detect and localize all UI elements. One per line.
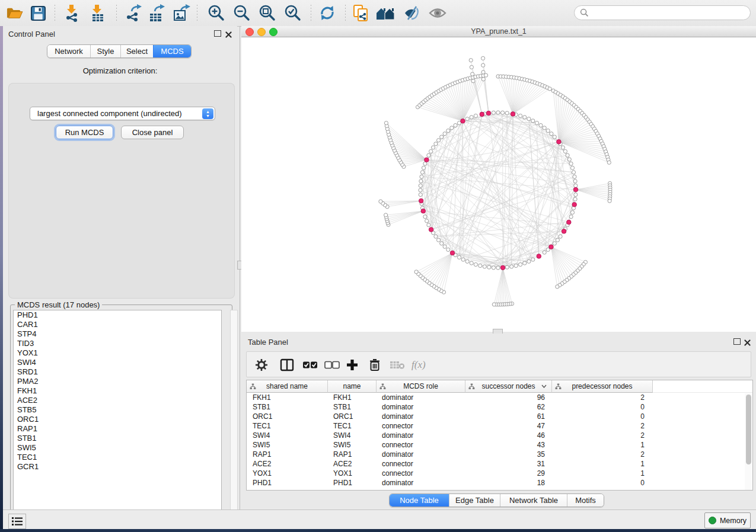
import-table-from-file-button[interactable] bbox=[87, 3, 109, 23]
mcds-result-item[interactable]: FKH1 bbox=[14, 386, 221, 396]
tab-mcds[interactable]: MCDS bbox=[153, 45, 191, 57]
task-history-button[interactable] bbox=[8, 514, 26, 529]
hide-details-button[interactable] bbox=[401, 3, 422, 23]
cell-role: dominator bbox=[377, 412, 465, 421]
plus-icon bbox=[346, 359, 358, 371]
table-scrollbar-track[interactable] bbox=[745, 393, 752, 490]
float-panel-icon[interactable] bbox=[214, 30, 221, 37]
mcds-result-item[interactable]: SRD1 bbox=[14, 367, 221, 377]
status-bar: Memory bbox=[3, 509, 756, 529]
zoom-out-button[interactable] bbox=[231, 3, 253, 23]
mcds-result-item[interactable]: STB1 bbox=[14, 434, 221, 443]
open-file-button[interactable] bbox=[4, 3, 25, 23]
close-table-panel-icon[interactable] bbox=[744, 338, 751, 348]
table-row[interactable]: PHD1PHD1dominator180 bbox=[247, 478, 752, 488]
refresh-icon bbox=[318, 4, 336, 22]
mcds-result-item[interactable]: TID3 bbox=[14, 339, 221, 348]
zoom-fit-button[interactable] bbox=[257, 3, 278, 23]
import-network-from-file-button[interactable] bbox=[62, 3, 83, 23]
mcds-result-item[interactable]: YOX1 bbox=[14, 348, 221, 358]
tab-motifs[interactable]: Motifs bbox=[567, 494, 604, 507]
mcds-result-item[interactable]: ORC1 bbox=[14, 415, 221, 424]
table-toolbar: f(x) bbox=[246, 351, 751, 377]
network-window-titlebar[interactable]: YPA_prune.txt_1 bbox=[241, 26, 756, 37]
column-header-predecessor-nodes[interactable]: predecessor nodes bbox=[552, 380, 653, 393]
window-minimize-traffic-light[interactable] bbox=[257, 28, 266, 36]
mcds-result-item[interactable]: RAP1 bbox=[14, 424, 221, 434]
shared-attribute-icon bbox=[555, 383, 562, 390]
refresh-view-button[interactable] bbox=[317, 3, 338, 23]
export-network-button[interactable] bbox=[123, 3, 144, 23]
memory-button[interactable]: Memory bbox=[704, 512, 751, 528]
run-mcds-button[interactable]: Run MCDS bbox=[56, 126, 113, 139]
mcds-result-item[interactable]: GCR1 bbox=[14, 462, 221, 472]
cell-succ: 47 bbox=[465, 422, 552, 430]
table-row[interactable]: ORC1ORC1dominator610 bbox=[247, 412, 752, 421]
window-close-traffic-light[interactable] bbox=[245, 28, 254, 36]
table-row[interactable]: SWI4SWI4dominator462 bbox=[247, 431, 752, 440]
mcds-result-item[interactable]: PMA2 bbox=[14, 377, 221, 386]
zoom-selected-icon bbox=[284, 4, 302, 22]
mcds-result-item[interactable]: ACE2 bbox=[14, 396, 221, 405]
optimization-criterion-select[interactable]: largest connected component (undirected)… bbox=[30, 107, 215, 120]
table-row[interactable]: FKH1FKH1dominator962 bbox=[247, 393, 752, 402]
toolbar-separator bbox=[116, 5, 117, 21]
table-settings-button[interactable] bbox=[255, 357, 268, 373]
mcds-list-scrollbar[interactable] bbox=[230, 310, 238, 518]
columns-icon bbox=[280, 358, 294, 371]
new-network-from-selection-button[interactable] bbox=[350, 3, 372, 23]
tab-node-table[interactable]: Node Table bbox=[390, 494, 449, 507]
tab-style[interactable]: Style bbox=[90, 45, 120, 57]
window-zoom-traffic-light[interactable] bbox=[269, 28, 277, 36]
cell-pred: 0 bbox=[552, 479, 653, 487]
tab-edge-table[interactable]: Edge Table bbox=[449, 494, 500, 507]
mcds-result-item[interactable]: STB5 bbox=[14, 405, 221, 415]
zoom-selected-button[interactable] bbox=[282, 3, 304, 23]
tab-network-table[interactable]: Network Table bbox=[500, 494, 567, 507]
delete-table-button[interactable] bbox=[390, 357, 405, 373]
column-header-successor-nodes[interactable]: successor nodes bbox=[465, 380, 552, 393]
zoom-in-button[interactable] bbox=[206, 3, 227, 23]
function-builder-button[interactable]: f(x) bbox=[412, 357, 426, 373]
tab-select[interactable]: Select bbox=[120, 45, 153, 57]
export-image-button[interactable] bbox=[171, 3, 192, 23]
close-panel-icon[interactable] bbox=[225, 30, 232, 40]
delete-column-button[interactable] bbox=[369, 357, 381, 373]
search-input[interactable] bbox=[574, 5, 751, 20]
select-all-columns-button[interactable] bbox=[302, 357, 318, 373]
mcds-result-list[interactable]: PHD1CAR1STP4TID3YOX1SWI4SRD1PMA2FKH1ACE2… bbox=[13, 310, 222, 518]
column-header-name[interactable]: name bbox=[328, 380, 377, 393]
mcds-result-item[interactable]: PHD1 bbox=[14, 310, 221, 320]
cell-shared: ORC1 bbox=[247, 412, 328, 421]
table-row[interactable]: YOX1YOX1connector291 bbox=[247, 469, 752, 478]
table-row[interactable]: STB1STB1dominator620 bbox=[247, 402, 752, 412]
network-graph-svg[interactable] bbox=[241, 37, 756, 332]
unselect-all-columns-button[interactable] bbox=[324, 357, 340, 373]
search-icon bbox=[580, 8, 589, 17]
export-table-button[interactable] bbox=[146, 3, 167, 23]
mcds-result-item[interactable]: SWI5 bbox=[14, 443, 221, 453]
toolbar-separator bbox=[311, 5, 311, 21]
mcds-result-item[interactable]: CAR1 bbox=[14, 320, 221, 329]
table-row[interactable]: RAP1RAP1dominator352 bbox=[247, 450, 752, 459]
column-header-shared-name[interactable]: shared name bbox=[247, 380, 328, 393]
cell-role: dominator bbox=[377, 450, 465, 459]
mcds-result-item[interactable]: SWI4 bbox=[14, 358, 221, 367]
float-table-panel-icon[interactable] bbox=[733, 338, 741, 345]
table-row[interactable]: ACE2ACE2connector311 bbox=[247, 459, 752, 469]
show-details-button[interactable] bbox=[427, 3, 448, 23]
column-header-mcds-role[interactable]: MCDS role bbox=[377, 380, 465, 393]
add-column-button[interactable] bbox=[346, 357, 358, 373]
tab-network[interactable]: Network bbox=[47, 45, 90, 57]
cell-shared: SWI4 bbox=[247, 431, 328, 440]
mcds-result-item[interactable]: STP4 bbox=[14, 329, 221, 339]
first-neighbors-button[interactable] bbox=[375, 3, 396, 23]
table-scrollbar-thumb[interactable] bbox=[746, 395, 751, 464]
import-network-icon bbox=[64, 4, 81, 22]
table-row[interactable]: SWI5SWI5connector431 bbox=[247, 440, 752, 450]
table-row[interactable]: TEC1TEC1connector472 bbox=[247, 421, 752, 431]
save-session-button[interactable] bbox=[27, 3, 49, 23]
show-columns-button[interactable] bbox=[280, 357, 294, 373]
close-panel-button[interactable]: Close panel bbox=[121, 126, 184, 139]
mcds-result-item[interactable]: TEC1 bbox=[14, 453, 221, 462]
